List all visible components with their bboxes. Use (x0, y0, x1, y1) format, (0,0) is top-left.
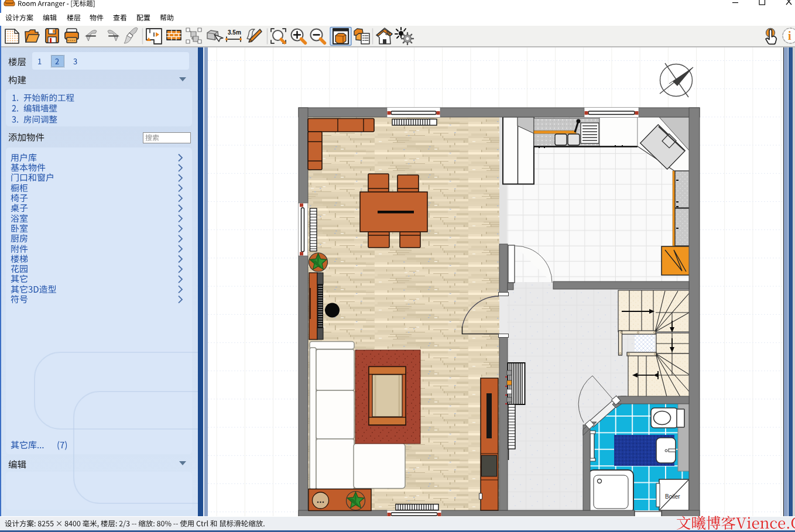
svg-text:Boiler: Boiler (665, 493, 680, 500)
svg-text:i: i (788, 29, 791, 42)
svg-text:3.5m: 3.5m (228, 29, 241, 36)
